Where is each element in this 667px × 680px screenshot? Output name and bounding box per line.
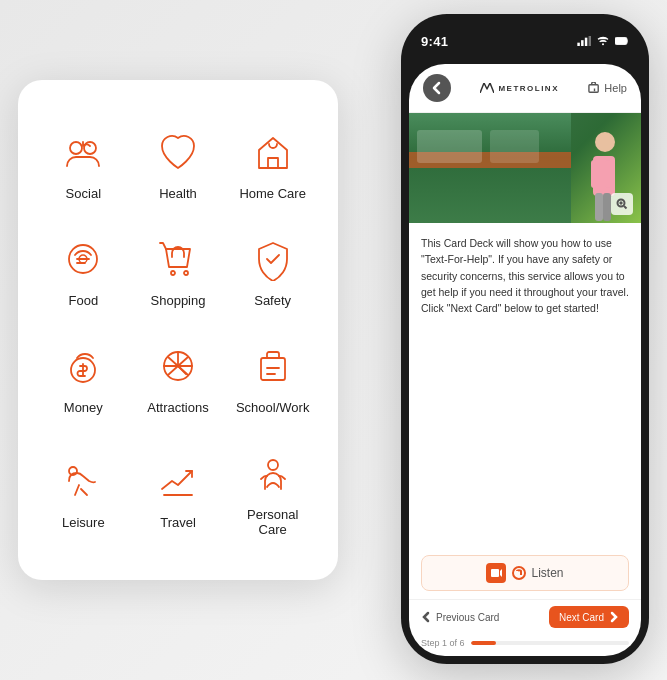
health-label: Health xyxy=(159,186,197,201)
listen-icon xyxy=(486,563,506,583)
bus-visual xyxy=(409,113,571,223)
food-label: Food xyxy=(69,293,99,308)
progress-label: Step 1 of 6 xyxy=(421,638,465,648)
back-button[interactable] xyxy=(423,74,451,102)
category-item-attractions[interactable]: Attractions xyxy=(131,322,226,429)
category-item-travel[interactable]: Travel xyxy=(131,429,226,551)
category-item-money[interactable]: Money xyxy=(36,322,131,429)
previous-card-button[interactable]: Previous Card xyxy=(421,611,499,623)
categories-card: Social Health xyxy=(18,80,338,580)
home-care-icon xyxy=(247,126,299,178)
svg-rect-14 xyxy=(589,36,591,46)
card-actions: Listen xyxy=(409,547,641,599)
health-icon xyxy=(152,126,204,178)
category-item-home-care[interactable]: Home Care xyxy=(225,108,320,215)
svg-rect-11 xyxy=(577,43,580,46)
svg-point-4 xyxy=(171,271,175,275)
svg-point-15 xyxy=(602,43,604,45)
attractions-label: Attractions xyxy=(147,400,208,415)
category-item-safety[interactable]: Safety xyxy=(225,215,320,322)
phone-header: METROLINX Help xyxy=(409,64,641,113)
food-icon xyxy=(57,233,109,285)
category-grid: Social Health xyxy=(36,108,320,551)
svg-rect-8 xyxy=(261,358,285,380)
phone-time: 9:41 xyxy=(421,34,448,49)
personal-care-label: Personal Care xyxy=(231,507,314,537)
school-work-label: School/Work xyxy=(236,400,309,415)
svg-rect-22 xyxy=(605,160,611,188)
progress-bar-fill xyxy=(471,641,496,645)
safety-icon xyxy=(247,233,299,285)
svg-rect-18 xyxy=(589,84,598,91)
svg-rect-12 xyxy=(581,40,584,46)
money-label: Money xyxy=(64,400,103,415)
category-item-personal-care[interactable]: Personal Care xyxy=(225,429,320,551)
phone-screen: METROLINX Help xyxy=(409,64,641,656)
phone-status-icons xyxy=(577,36,629,46)
attractions-icon xyxy=(152,340,204,392)
school-work-icon xyxy=(247,340,299,392)
svg-rect-17 xyxy=(616,39,625,44)
metrolinx-logo: METROLINX xyxy=(480,83,559,93)
category-item-school-work[interactable]: School/Work xyxy=(225,322,320,429)
listen-button[interactable]: Listen xyxy=(421,555,629,591)
status-bar: 9:41 xyxy=(401,14,649,58)
money-icon xyxy=(57,340,109,392)
home-care-label: Home Care xyxy=(239,186,305,201)
travel-label: Travel xyxy=(160,515,196,530)
leisure-icon xyxy=(57,455,109,507)
personal-care-icon xyxy=(247,447,299,499)
safety-label: Safety xyxy=(254,293,291,308)
shopping-label: Shopping xyxy=(151,293,206,308)
card-navigation: Previous Card Next Card xyxy=(409,599,641,634)
svg-rect-26 xyxy=(491,569,499,577)
category-item-shopping[interactable]: Shopping xyxy=(131,215,226,322)
svg-point-19 xyxy=(595,132,615,152)
category-item-health[interactable]: Health xyxy=(131,108,226,215)
shopping-icon xyxy=(152,233,204,285)
card-image xyxy=(409,113,641,223)
next-card-button[interactable]: Next Card xyxy=(549,606,629,628)
progress-bar xyxy=(471,641,629,645)
category-item-leisure[interactable]: Leisure xyxy=(36,429,131,551)
progress-row: Step 1 of 6 xyxy=(409,634,641,656)
leisure-label: Leisure xyxy=(62,515,105,530)
card-description: This Card Deck will show you how to use … xyxy=(409,223,641,547)
svg-rect-24 xyxy=(603,193,611,221)
social-icon xyxy=(57,126,109,178)
svg-point-0 xyxy=(70,142,82,154)
svg-rect-23 xyxy=(595,193,603,221)
svg-point-10 xyxy=(268,460,278,470)
travel-icon xyxy=(152,455,204,507)
svg-rect-13 xyxy=(585,38,588,46)
scene: Social Health xyxy=(0,0,667,680)
svg-point-5 xyxy=(184,271,188,275)
phone: 9:41 xyxy=(401,14,649,664)
svg-rect-21 xyxy=(591,160,597,188)
category-item-social[interactable]: Social xyxy=(36,108,131,215)
zoom-button[interactable] xyxy=(611,193,633,215)
help-button[interactable]: Help xyxy=(588,82,627,95)
social-label: Social xyxy=(66,186,101,201)
category-item-food[interactable]: Food xyxy=(36,215,131,322)
